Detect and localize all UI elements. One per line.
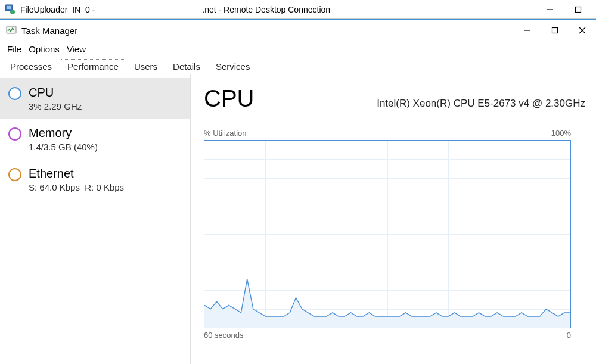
svg-point-2 bbox=[10, 10, 15, 14]
rdp-title-left: FileUploader_IN_0 - bbox=[20, 5, 95, 14]
task-manager-window: Task Manager File Options View Processes… bbox=[0, 19, 596, 364]
menu-options[interactable]: Options bbox=[26, 43, 62, 55]
cpu-heading: CPU bbox=[204, 85, 254, 112]
rdp-title-bar: FileUploader_IN_0 - .net - Remote Deskto… bbox=[0, 0, 596, 19]
task-manager-title: Task Manager bbox=[21, 26, 77, 36]
sidebar-item-sub: S: 64.0 Kbps R: 0 Kbps bbox=[29, 182, 124, 192]
chart-x-right: 0 bbox=[567, 331, 571, 340]
rdp-minimize-button[interactable] bbox=[536, 1, 564, 18]
memory-icon bbox=[8, 127, 21, 141]
sidebar-item-label: CPU bbox=[29, 85, 82, 100]
sidebar-item-cpu[interactable]: CPU 3% 2.29 GHz bbox=[0, 78, 190, 119]
maximize-button[interactable] bbox=[541, 21, 569, 40]
svg-rect-1 bbox=[7, 6, 11, 9]
task-manager-title-bar: Task Manager bbox=[0, 20, 596, 41]
sidebar-item-label: Memory bbox=[29, 126, 98, 141]
rdp-title-mid: .net - Remote Desktop Connection bbox=[202, 5, 330, 14]
chart-svg bbox=[204, 141, 570, 328]
cpu-panel: CPU Intel(R) Xeon(R) CPU E5-2673 v4 @ 2.… bbox=[191, 74, 596, 364]
chart-x-left: 60 seconds bbox=[204, 331, 244, 340]
ethernet-icon bbox=[8, 168, 21, 181]
cpu-icon bbox=[8, 87, 21, 100]
tab-users[interactable]: Users bbox=[126, 58, 165, 74]
svg-rect-4 bbox=[575, 7, 581, 12]
sidebar-item-label: Ethernet bbox=[29, 166, 124, 181]
menu-bar: File Options View bbox=[0, 41, 596, 57]
tab-bar: Processes Performance Users Details Serv… bbox=[0, 57, 596, 74]
svg-rect-7 bbox=[552, 28, 558, 33]
tab-details[interactable]: Details bbox=[165, 58, 208, 74]
content: CPU 3% 2.29 GHz Memory 1.4/3.5 GB (40%) … bbox=[0, 74, 596, 364]
chart-y-label: % Utilization bbox=[204, 129, 247, 138]
sidebar-item-sub: 3% 2.29 GHz bbox=[29, 101, 82, 111]
task-manager-icon bbox=[6, 25, 17, 36]
chart-y-max: 100% bbox=[551, 129, 571, 138]
tab-services[interactable]: Services bbox=[208, 58, 258, 74]
sidebar-item-memory[interactable]: Memory 1.4/3.5 GB (40%) bbox=[0, 119, 190, 159]
tab-processes[interactable]: Processes bbox=[2, 58, 60, 74]
performance-sidebar: CPU 3% 2.29 GHz Memory 1.4/3.5 GB (40%) … bbox=[0, 74, 191, 364]
minimize-button[interactable] bbox=[514, 21, 541, 40]
rdp-maximize-button[interactable] bbox=[564, 1, 591, 18]
tab-performance[interactable]: Performance bbox=[60, 58, 126, 74]
menu-file[interactable]: File bbox=[5, 43, 24, 55]
cpu-model: Intel(R) Xeon(R) CPU E5-2673 v4 @ 2.30GH… bbox=[377, 98, 585, 110]
rdp-icon bbox=[5, 4, 15, 15]
sidebar-item-ethernet[interactable]: Ethernet S: 64.0 Kbps R: 0 Kbps bbox=[0, 159, 190, 200]
sidebar-item-sub: 1.4/3.5 GB (40%) bbox=[29, 142, 98, 152]
cpu-utilization-chart bbox=[204, 140, 571, 328]
menu-view[interactable]: View bbox=[64, 43, 88, 55]
close-button[interactable] bbox=[569, 21, 596, 40]
